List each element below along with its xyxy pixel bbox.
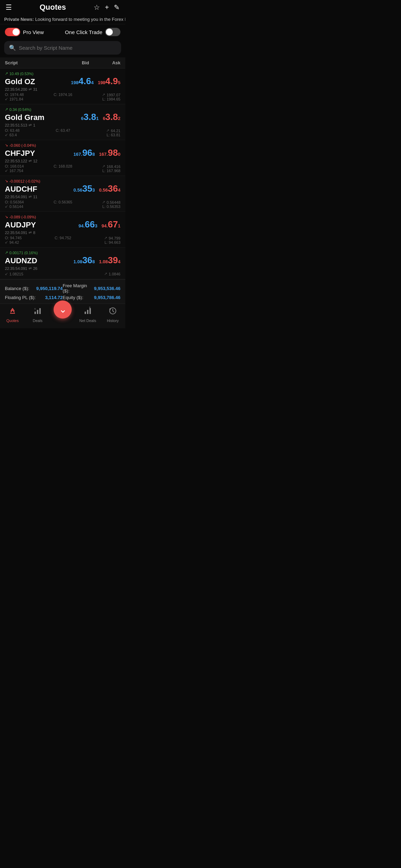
open-close: ↙ 1.08215 (5, 272, 23, 276)
one-click-toggle[interactable] (105, 28, 120, 36)
quote-meta: 22:35:54.091 ⇌ 26 (5, 266, 120, 271)
quote-name-price: Gold OZ 1984.64 1984.95 (5, 77, 120, 86)
bid-price: 0.56353 (73, 184, 95, 193)
ask-suffix: 5 (118, 80, 120, 85)
spread-icon: ⇌ (29, 123, 32, 127)
low-val: L: 167.968 (102, 169, 120, 173)
bid-main: 36 (82, 256, 92, 265)
low-val: L: 63.81 (106, 133, 120, 137)
change-value: 0.34 (0.54%) (9, 107, 31, 112)
spread-value: 8 (33, 231, 35, 235)
pro-view-label: Pro View (23, 29, 44, 35)
col-ask: Ask (89, 60, 120, 65)
bid-low-row: ↙ 94.42 (5, 240, 22, 244)
ask-prefix: 1.08 (99, 259, 108, 264)
free-margin-value: 9,953,536.46 (94, 286, 120, 291)
table-header: Script Bid Ask (0, 57, 125, 69)
quote-row[interactable]: ↘ -0.00012 (-0.02%) AUDCHF 0.56353 0.563… (0, 176, 125, 212)
star-button[interactable]: ☆ (94, 3, 100, 11)
open-val: O: 63.48 (5, 128, 19, 132)
change-value: -0.060 (-0.04%) (9, 143, 36, 147)
quote-time: 22:35:54.091 (5, 231, 27, 235)
free-margin-label: Free Margin ($): (63, 283, 94, 294)
quote-meta: 22:35:53.122 ⇌ 12 (5, 159, 120, 163)
search-bar: 🔍 (4, 41, 121, 55)
bid-prefix: 94. (79, 223, 85, 228)
bid-main: 35 (82, 184, 92, 193)
quote-name-price: AUDNZD 1.08368 1.08394 (5, 256, 120, 265)
quote-time: 22:35:54.091 (5, 195, 27, 199)
quote-name-price: AUDCHF 0.56353 0.56364 (5, 184, 120, 194)
bid-prefix: 1.08 (73, 259, 82, 264)
close-val: C: 0.56365 (54, 200, 72, 204)
down-arrow: ↙ (5, 272, 8, 276)
fab-button[interactable]: ⌄ (54, 300, 72, 319)
ask-price: 167.980 (99, 148, 120, 157)
high-low-col: ↗ 1997.07 L: 1984.65 (102, 93, 120, 101)
nav-fab[interactable]: ⌄ (52, 307, 73, 319)
quote-row[interactable]: ↘ -0.089 (-0.09%) AUDJPY 94.663 94.671 2… (0, 212, 125, 248)
quote-name: Gold OZ (5, 77, 35, 86)
down-arrow: ↙ (5, 132, 8, 137)
ask-price: 0.56364 (99, 184, 120, 193)
close-val: C: 63.47 (56, 128, 70, 132)
close-col: C: 168.028 (54, 164, 72, 173)
spread-value: 31 (33, 87, 37, 91)
quote-details: ↙ 1.08215 ↗ 1.0846 (5, 272, 120, 276)
ask-prefix: 167. (99, 152, 108, 157)
bid-low-row: ↙ 0.56144 (5, 204, 24, 209)
history-icon (109, 307, 117, 317)
toggle-knob (13, 29, 19, 35)
pro-view-toggle[interactable] (5, 28, 20, 36)
add-button[interactable]: + (105, 3, 109, 11)
ask-high: 168.416 (107, 164, 120, 169)
down-arrow: ↙ (5, 204, 8, 209)
bid-main: 66 (85, 220, 95, 229)
ask-high-row: ↗ 64.21 (106, 128, 120, 133)
edit-button[interactable]: ✎ (114, 3, 120, 11)
quote-row[interactable]: ↘ -0.060 (-0.04%) CHFJPY 167.968 167.980… (0, 140, 125, 176)
quote-meta: 22:35:54.091 ⇌ 11 (5, 194, 120, 199)
menu-button[interactable]: ☰ (6, 3, 12, 11)
floating-value: 3,114.72 (45, 295, 63, 300)
quote-row[interactable]: ↗ 10.49 (0.53%) Gold OZ 1984.64 1984.95 … (0, 69, 125, 104)
quote-details: O: 168.014 ↙ 167.754 C: 168.028 ↗ 168.41… (5, 164, 120, 173)
balance-bar: Balance ($): 9,950,119.74 Free Margin ($… (0, 279, 125, 304)
quote-name-price: CHFJPY 167.968 167.980 (5, 148, 120, 158)
open-close: O: 168.014 ↙ 167.754 (5, 164, 24, 173)
close-col: C: 1974.16 (54, 93, 72, 101)
page-title: Quotes (12, 3, 94, 12)
quote-details: O: 1974.48 ↙ 1971.84 C: 1974.16 ↗ 1997.0… (5, 93, 120, 101)
search-input[interactable] (19, 45, 116, 51)
quote-row[interactable]: ↗ 0.00171 (0.16%) AUDNZD 1.08368 1.08394… (0, 248, 125, 279)
nav-history[interactable]: History (102, 307, 123, 323)
spread-icon: ⇌ (29, 230, 32, 235)
low-val: L: 1984.65 (102, 97, 120, 101)
quote-name: AUDNZD (5, 256, 37, 265)
change-value: -0.089 (-0.09%) (9, 215, 36, 219)
ask-main: 39 (108, 256, 118, 265)
quote-row[interactable]: ↗ 0.34 (0.54%) Gold Gram 63.81 63.82 22:… (0, 104, 125, 140)
nav-deals[interactable]: $ Deals (27, 307, 48, 323)
nav-quotes[interactable]: Quotes (2, 307, 23, 323)
bid-suffix: 8 (92, 152, 95, 157)
ask-main: 3.8 (105, 112, 118, 121)
bid-main: 3.8 (84, 112, 96, 121)
ask-high-row: ↗ 0.56448 (102, 200, 120, 204)
ask-price: 1984.95 (98, 77, 120, 86)
down-arrow: ↙ (5, 168, 8, 173)
spread-value: 26 (33, 266, 37, 271)
high-low-col: ↗ 168.416 L: 167.968 (102, 164, 120, 173)
up-arrow: ↗ (104, 236, 107, 240)
bid-main: 96 (82, 148, 92, 157)
ask-suffix: 0 (118, 152, 120, 157)
ask-main: 4.9 (105, 77, 118, 86)
bid-low-row: ↙ 1.08215 (5, 272, 23, 276)
quote-list: ↗ 10.49 (0.53%) Gold OZ 1984.64 1984.95 … (0, 69, 125, 279)
spread-value: 11 (33, 195, 37, 199)
low-val: L: 94.663 (104, 240, 120, 244)
balance-item: Balance ($): 9,950,119.74 (5, 283, 63, 294)
nav-net-deals[interactable]: $ Net Deals (77, 307, 98, 323)
svg-rect-2 (37, 310, 38, 314)
free-margin-item: Free Margin ($): 9,953,536.46 (63, 283, 120, 294)
